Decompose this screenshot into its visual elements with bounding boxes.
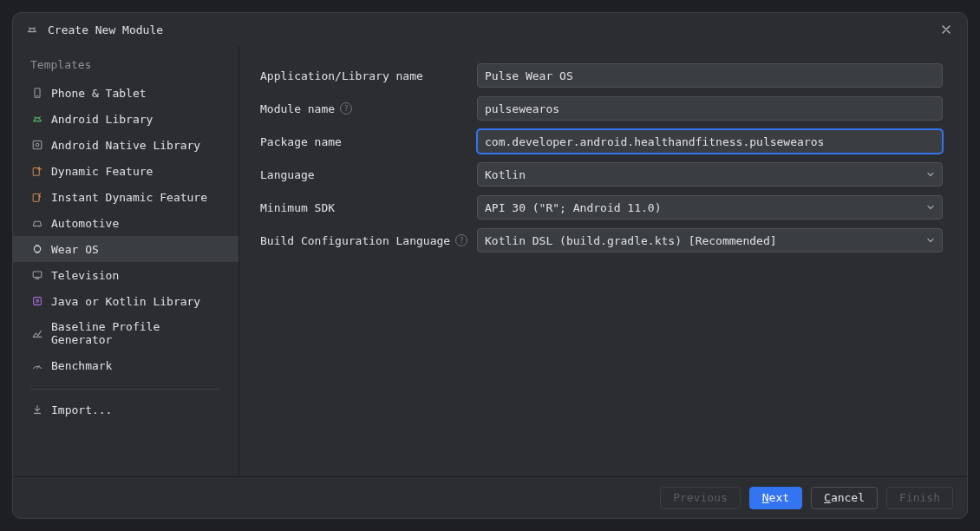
titlebar: Create New Module <box>13 13 967 46</box>
select-min-sdk-display: API 30 ("R"; Android 11.0) <box>477 195 943 220</box>
sidebar-item-label: Instant Dynamic Feature <box>51 191 207 204</box>
svg-line-2 <box>29 28 30 29</box>
help-icon[interactable]: ? <box>455 234 467 246</box>
next-button[interactable]: Next <box>749 487 802 509</box>
svg-rect-13 <box>33 194 39 202</box>
sidebar-item-import[interactable]: Import... <box>13 397 238 423</box>
input-module-name[interactable] <box>477 96 943 121</box>
dialog-footer: Previous Next Cancel Finish <box>13 476 967 518</box>
row-language: Language Kotlin <box>260 162 943 187</box>
close-button[interactable] <box>938 21 955 38</box>
input-package-name[interactable] <box>477 129 943 154</box>
sidebar-item-baseline-profile[interactable]: Baseline Profile Generator <box>13 314 238 352</box>
svg-rect-10 <box>33 141 42 149</box>
television-icon <box>30 268 44 282</box>
select-build-cfg-display: Kotlin DSL (build.gradle.kts) [Recommend… <box>477 228 943 252</box>
select-language[interactable]: Kotlin <box>477 162 943 187</box>
label-module-name: Module name ? <box>260 102 468 115</box>
phone-tablet-icon <box>30 86 44 100</box>
row-app-name: Application/Library name <box>260 63 943 88</box>
close-icon <box>939 23 953 36</box>
label-build-cfg: Build Configuration Language ? <box>260 234 468 247</box>
sidebar-item-android-library[interactable]: Android Library <box>13 106 238 132</box>
sidebar-item-label: Import... <box>51 403 112 416</box>
sidebar-item-android-native-library[interactable]: Android Native Library <box>13 132 238 158</box>
select-build-cfg[interactable]: Kotlin DSL (build.gradle.kts) [Recommend… <box>477 228 943 252</box>
sidebar-item-label: Dynamic Feature <box>51 165 153 178</box>
sidebar-item-label: Phone & Tablet <box>51 87 147 100</box>
library-share-icon <box>30 294 44 308</box>
label-package-name: Package name <box>260 135 468 148</box>
cancel-button[interactable]: Cancel <box>811 487 878 509</box>
android-icon <box>30 112 44 126</box>
sidebar-item-benchmark[interactable]: Benchmark <box>13 352 238 378</box>
row-build-cfg: Build Configuration Language ? Kotlin DS… <box>260 228 943 252</box>
sidebar-item-label: Java or Kotlin Library <box>51 295 200 308</box>
svg-point-7 <box>38 120 39 121</box>
svg-point-6 <box>36 120 36 121</box>
sidebar-item-phone-tablet[interactable]: Phone & Tablet <box>13 80 238 106</box>
sidebar-item-label: Android Library <box>51 113 153 126</box>
sidebar-item-label: Benchmark <box>51 359 112 372</box>
finish-button: Finish <box>886 487 953 509</box>
select-min-sdk[interactable]: API 30 ("R"; Android 11.0) <box>477 195 943 220</box>
dialog-title: Create New Module <box>48 23 163 36</box>
svg-point-0 <box>30 30 31 31</box>
wear-os-icon <box>30 242 44 256</box>
svg-point-16 <box>34 246 40 252</box>
label-app-name: Application/Library name <box>260 69 468 82</box>
baseline-profile-icon <box>30 326 44 340</box>
help-icon[interactable]: ? <box>340 102 352 115</box>
row-module-name: Module name ? <box>260 96 943 121</box>
dynamic-feature-icon <box>30 164 44 178</box>
select-language-display: Kotlin <box>477 162 943 187</box>
native-library-icon <box>30 138 44 152</box>
sidebar-item-label: Baseline Profile Generator <box>51 320 223 346</box>
form-panel: Application/Library name Module name ? P… <box>239 46 967 476</box>
previous-button: Previous <box>660 487 741 509</box>
titlebar-left: Create New Module <box>25 23 163 36</box>
sidebar-heading: Templates <box>13 55 238 80</box>
label-min-sdk: Minimum SDK <box>260 201 468 214</box>
templates-sidebar: Templates Phone & Tablet <box>13 46 239 476</box>
automotive-icon <box>30 216 44 230</box>
sidebar-item-label: Television <box>51 269 119 282</box>
row-min-sdk: Minimum SDK API 30 ("R"; Android 11.0) <box>260 195 943 220</box>
svg-point-14 <box>35 226 36 227</box>
svg-line-8 <box>35 117 36 118</box>
android-module-icon <box>25 23 39 36</box>
sidebar-item-label: Automotive <box>51 217 119 230</box>
sidebar-item-wear-os[interactable]: Wear OS <box>13 236 238 262</box>
sidebar-item-dynamic-feature[interactable]: Dynamic Feature <box>13 158 238 184</box>
svg-line-9 <box>39 117 40 118</box>
instant-dynamic-feature-icon <box>30 190 44 204</box>
input-app-name[interactable] <box>477 63 943 88</box>
svg-point-11 <box>36 143 39 147</box>
sidebar-item-television[interactable]: Television <box>13 262 238 288</box>
sidebar-item-instant-dynamic-feature[interactable]: Instant Dynamic Feature <box>13 184 238 210</box>
benchmark-icon <box>30 358 44 372</box>
dialog-body: Templates Phone & Tablet <box>13 46 967 476</box>
sidebar-item-automotive[interactable]: Automotive <box>13 210 238 236</box>
sidebar-item-label: Wear OS <box>51 243 99 256</box>
sidebar-separator <box>30 389 221 390</box>
sidebar-item-java-kotlin-library[interactable]: Java or Kotlin Library <box>13 288 238 314</box>
import-icon <box>30 403 44 416</box>
create-module-dialog: Create New Module Templates Phone <box>12 12 968 519</box>
svg-point-1 <box>33 30 34 31</box>
sidebar-item-label: Android Native Library <box>51 139 200 152</box>
svg-rect-17 <box>33 272 42 278</box>
svg-line-3 <box>34 28 35 29</box>
label-language: Language <box>260 168 468 181</box>
svg-point-15 <box>39 226 41 227</box>
row-package-name: Package name <box>260 129 943 154</box>
